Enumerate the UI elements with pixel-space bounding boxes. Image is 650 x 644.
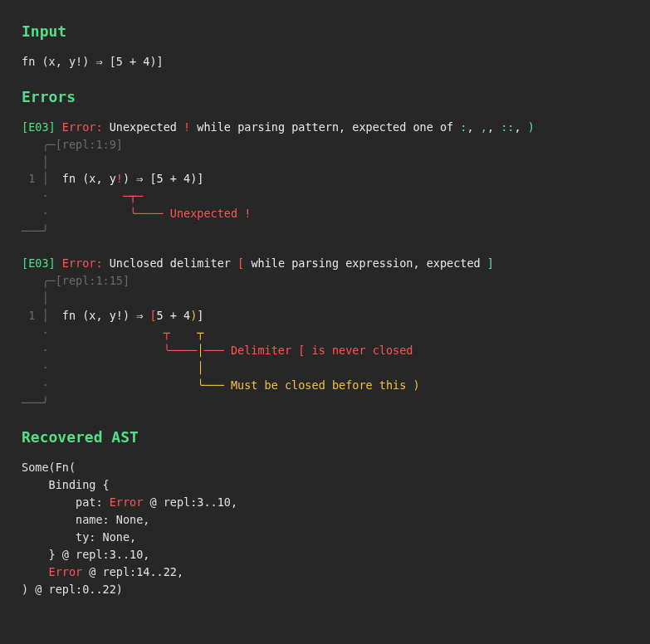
ast-line: ) @ repl:0..22)	[22, 583, 123, 596]
location: repl:1:9	[62, 138, 116, 151]
caret-msg: Must be closed before this	[231, 378, 413, 392]
gutter: ·	[22, 207, 49, 220]
gutter: ╭─[	[22, 138, 62, 151]
expected-token: ,	[481, 120, 487, 134]
underline: ─┬─	[49, 189, 144, 202]
ast-block: Some(Fn( Binding { pat: Error @ repl:3..…	[22, 459, 628, 598]
caret-msg: ─── Delimiter	[203, 344, 298, 357]
caret-line: ╰──── Unexpected	[49, 207, 245, 220]
gutter: ╭─[	[22, 274, 62, 287]
gutter: ·	[22, 326, 49, 339]
error-msg: Unclosed delimiter	[103, 256, 238, 270]
location: repl:1:15	[62, 274, 123, 287]
expected-token: ::	[501, 120, 514, 134]
input-heading: Input	[22, 20, 628, 43]
gutter-linenum: 1 │	[22, 172, 49, 185]
input-code: fn (x, y!) ⇒ [5 + 4)]	[22, 53, 628, 71]
ast-heading: Recovered AST	[22, 426, 628, 449]
code-line: fn (x, y	[49, 172, 116, 185]
expected-token: )	[528, 120, 535, 134]
ast-line	[22, 565, 49, 578]
sep: ,	[467, 120, 480, 134]
expected-token: ]	[487, 256, 494, 270]
error-code: [E03]	[22, 120, 56, 134]
sep: ,	[514, 120, 527, 134]
paren-icon: )	[413, 378, 419, 392]
error-msg: Unexpected	[103, 120, 184, 134]
gutter: ]	[123, 274, 130, 287]
gutter: ·	[22, 344, 49, 357]
pad	[49, 361, 198, 374]
error-label: Error:	[56, 120, 103, 134]
error-block-1: [E03] Error: Unexpected ! while parsing …	[22, 119, 628, 240]
code-line: fn (x, y!) ⇒	[49, 309, 150, 322]
ast-line: } @ repl:3..10,	[22, 548, 149, 561]
gutter: ·	[22, 378, 49, 392]
ast-line: Some(Fn(	[22, 461, 76, 474]
bang-icon: !	[244, 207, 251, 220]
gutter-linenum: 1 │	[22, 309, 49, 322]
ast-line: @ repl:14..22,	[82, 565, 183, 578]
gutter-corner: ───╯	[22, 224, 49, 237]
underline: ┬	[49, 326, 170, 339]
gutter: ·	[22, 189, 49, 202]
pad	[49, 378, 198, 392]
ast-error-token: Error	[110, 495, 144, 509]
error-msg: while parsing expression, expected	[244, 256, 487, 270]
error-msg: while parsing pattern, expected one of	[190, 120, 460, 134]
gutter-corner: ───╯	[22, 396, 49, 409]
caret-line: ╰────	[49, 344, 198, 357]
gutter: ·	[22, 361, 49, 374]
code-line: 5 + 4	[157, 309, 191, 322]
ast-line: @ repl:3..10,	[143, 495, 237, 509]
gutter: │	[22, 291, 49, 305]
caret-line: ╰───	[197, 378, 231, 392]
errors-heading: Errors	[22, 85, 628, 109]
ast-line: ty: None,	[22, 530, 136, 544]
caret-line: │	[197, 361, 203, 374]
underline: ┬	[170, 326, 204, 339]
bang-icon: !	[183, 120, 190, 134]
code-line: ]	[197, 309, 203, 322]
ast-error-token: Error	[49, 565, 83, 578]
error-block-2: [E03] Error: Unclosed delimiter [ while …	[22, 255, 628, 411]
sep: ,	[487, 120, 501, 134]
bracket-icon: [	[149, 309, 156, 322]
code-line: ) ⇒ [5 + 4)]	[123, 172, 204, 185]
error-code: [E03]	[22, 256, 56, 270]
error-label: Error:	[56, 256, 103, 270]
ast-line: Binding {	[22, 478, 110, 491]
caret-msg: is never closed	[305, 344, 413, 357]
gutter: │	[22, 155, 49, 168]
gutter: ]	[116, 138, 123, 151]
ast-line: name: None,	[22, 513, 149, 526]
ast-line: pat:	[22, 495, 110, 509]
bang-icon: !	[116, 172, 123, 185]
